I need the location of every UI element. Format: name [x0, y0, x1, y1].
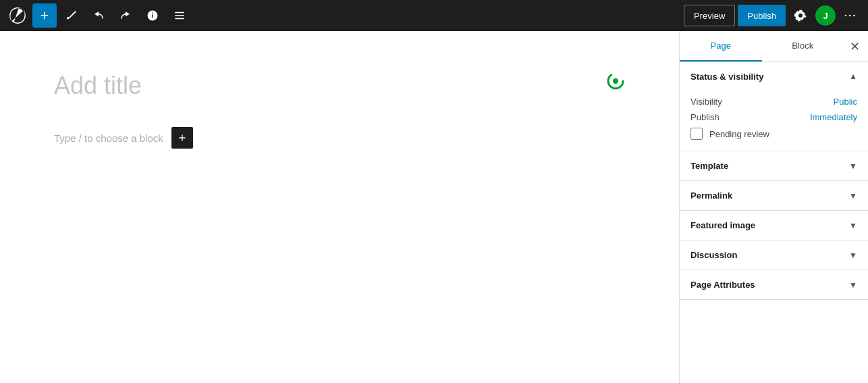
- settings-button[interactable]: [788, 3, 813, 28]
- inline-add-block-button[interactable]: [171, 127, 193, 149]
- section-permalink-title: Permalink: [690, 190, 732, 201]
- section-status-visibility-title: Status & visibility: [690, 72, 763, 82]
- publish-row: Publish Immediately: [690, 112, 857, 122]
- redo-button[interactable]: [113, 3, 138, 28]
- list-view-button[interactable]: [167, 3, 192, 28]
- main-area: Type / to choose a block Page Block ✕ St…: [0, 31, 868, 383]
- visibility-value[interactable]: Public: [834, 97, 857, 107]
- section-discussion-header[interactable]: Discussion ▼: [680, 240, 868, 270]
- sidebar-tab-bar: Page Block ✕: [680, 31, 868, 62]
- publish-value[interactable]: Immediately: [810, 112, 857, 122]
- section-discussion: Discussion ▼: [680, 240, 868, 270]
- chevron-down-icon: ▼: [849, 161, 857, 171]
- tab-block[interactable]: Block: [762, 31, 844, 61]
- section-status-visibility-header[interactable]: Status & visibility ▼: [680, 62, 868, 91]
- sidebar: Page Block ✕ Status & visibility ▼ Visib…: [679, 31, 868, 383]
- section-featured-image-title: Featured image: [690, 220, 755, 230]
- svg-point-1: [613, 78, 618, 84]
- section-template-header[interactable]: Template ▼: [680, 151, 868, 180]
- post-title-input[interactable]: [54, 72, 625, 100]
- chevron-down-icon-2: ▼: [849, 191, 857, 201]
- main-toolbar: Preview Publish J: [0, 0, 868, 31]
- add-block-button[interactable]: [32, 3, 57, 28]
- section-page-attributes-header[interactable]: Page Attributes ▼: [680, 270, 868, 299]
- publish-button[interactable]: Publish: [738, 5, 786, 26]
- editor-area: Type / to choose a block: [0, 31, 679, 383]
- block-placeholder-text: Type / to choose a block: [54, 132, 163, 144]
- section-permalink-header[interactable]: Permalink ▼: [680, 181, 868, 210]
- block-placeholder-row: Type / to choose a block: [54, 127, 625, 149]
- section-template-title: Template: [690, 161, 728, 171]
- chevron-down-icon-5: ▼: [849, 280, 857, 290]
- pending-review-label: Pending review: [709, 129, 769, 139]
- section-page-attributes: Page Attributes ▼: [680, 270, 868, 300]
- undo-button[interactable]: [86, 3, 111, 28]
- publish-label: Publish: [690, 112, 720, 122]
- toolbar-right: Preview Publish J: [684, 3, 863, 28]
- user-avatar[interactable]: J: [815, 5, 836, 26]
- tab-page[interactable]: Page: [680, 31, 762, 61]
- chevron-down-icon-3: ▼: [849, 221, 857, 230]
- pending-review-checkbox[interactable]: [690, 128, 703, 140]
- section-status-visibility-content: Visibility Public Publish Immediately Pe…: [680, 91, 868, 151]
- chevron-down-icon-4: ▼: [849, 251, 857, 260]
- sidebar-close-button[interactable]: ✕: [844, 36, 865, 57]
- section-permalink: Permalink ▼: [680, 181, 868, 211]
- edit-mode-button[interactable]: [59, 3, 84, 28]
- section-status-visibility: Status & visibility ▼ Visibility Public …: [680, 62, 868, 151]
- section-page-attributes-title: Page Attributes: [690, 280, 755, 290]
- info-button[interactable]: [140, 3, 165, 28]
- visibility-label: Visibility: [690, 97, 722, 107]
- section-featured-image-header[interactable]: Featured image ▼: [680, 211, 868, 240]
- visibility-row: Visibility Public: [690, 97, 857, 107]
- section-discussion-title: Discussion: [690, 250, 737, 260]
- section-featured-image: Featured image ▼: [680, 211, 868, 240]
- wp-logo-button[interactable]: [5, 3, 30, 28]
- more-options-button[interactable]: [838, 3, 863, 28]
- autosave-spinner: [606, 72, 625, 93]
- preview-button[interactable]: Preview: [684, 5, 735, 26]
- pending-review-row: Pending review: [690, 128, 857, 140]
- chevron-up-icon: ▼: [849, 72, 857, 82]
- section-template: Template ▼: [680, 151, 868, 181]
